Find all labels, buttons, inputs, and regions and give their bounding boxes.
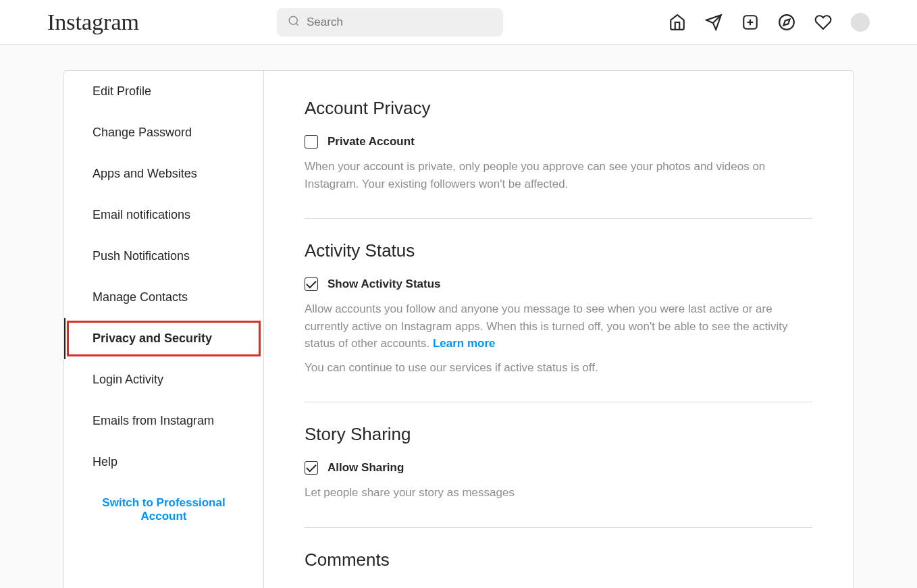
private-account-label: Private Account xyxy=(328,135,415,149)
explore-icon[interactable] xyxy=(778,14,795,31)
profile-avatar[interactable] xyxy=(851,13,870,32)
story-sharing-title: Story Sharing xyxy=(305,424,812,445)
svg-line-1 xyxy=(296,23,298,25)
avatar xyxy=(851,13,870,32)
divider xyxy=(305,218,812,219)
private-account-row: Private Account xyxy=(305,135,812,149)
sidebar-item-help[interactable]: Help xyxy=(64,442,263,483)
private-account-checkbox[interactable] xyxy=(305,135,318,149)
allow-sharing-checkbox[interactable] xyxy=(305,461,318,475)
sidebar-item-emails-instagram[interactable]: Emails from Instagram xyxy=(64,400,263,442)
allow-sharing-desc: Let people share your story as messages xyxy=(305,484,812,502)
sidebar-item-apps-websites[interactable]: Apps and Websites xyxy=(64,153,263,194)
account-privacy-title: Account Privacy xyxy=(305,98,812,119)
activity-status-label: Show Activity Status xyxy=(328,277,441,291)
divider xyxy=(305,402,812,402)
activity-status-checkbox[interactable] xyxy=(305,277,318,291)
settings-sidebar: Edit Profile Change Password Apps and We… xyxy=(64,71,264,588)
section-account-privacy: Account Privacy Private Account When you… xyxy=(305,98,812,192)
top-navbar: Instagram xyxy=(0,0,917,45)
activity-status-desc-text: Allow accounts you follow and anyone you… xyxy=(305,302,787,350)
search-icon xyxy=(288,15,300,30)
sidebar-item-change-password[interactable]: Change Password xyxy=(64,112,263,153)
sidebar-item-manage-contacts[interactable]: Manage Contacts xyxy=(64,277,263,318)
main-content: Account Privacy Private Account When you… xyxy=(264,71,853,588)
section-story-sharing: Story Sharing Allow Sharing Let people s… xyxy=(305,424,812,502)
new-post-icon[interactable] xyxy=(741,14,759,31)
instagram-logo[interactable]: Instagram xyxy=(47,9,277,35)
private-account-desc: When your account is private, only peopl… xyxy=(305,158,812,192)
activity-status-title: Activity Status xyxy=(305,240,812,261)
search-container xyxy=(277,8,503,36)
home-icon[interactable] xyxy=(669,14,686,31)
activity-icon[interactable] xyxy=(814,14,832,31)
allow-sharing-label: Allow Sharing xyxy=(328,461,404,475)
learn-more-link[interactable]: Learn more xyxy=(433,337,496,350)
svg-point-7 xyxy=(779,15,794,30)
comments-title: Comments xyxy=(305,550,812,570)
section-activity-status: Activity Status Show Activity Status All… xyxy=(305,240,812,376)
nav-icons xyxy=(669,13,870,32)
messages-icon[interactable] xyxy=(705,14,723,31)
divider xyxy=(305,527,812,528)
activity-status-desc2: You can continue to use our services if … xyxy=(305,359,812,377)
sidebar-item-push-notifications[interactable]: Push Notifications xyxy=(64,236,263,277)
switch-professional-link[interactable]: Switch to Professional Account xyxy=(64,483,263,537)
allow-sharing-row: Allow Sharing xyxy=(305,461,812,475)
svg-marker-8 xyxy=(783,19,789,25)
svg-point-0 xyxy=(289,16,297,24)
settings-container: Edit Profile Change Password Apps and We… xyxy=(63,70,854,588)
activity-status-desc: Allow accounts you follow and anyone you… xyxy=(305,300,812,352)
sidebar-item-privacy-security[interactable]: Privacy and Security xyxy=(64,318,263,359)
search-input[interactable] xyxy=(277,8,503,36)
sidebar-item-login-activity[interactable]: Login Activity xyxy=(64,359,263,400)
activity-status-row: Show Activity Status xyxy=(305,277,812,291)
section-comments: Comments Edit Comment Settings xyxy=(305,550,812,589)
sidebar-item-edit-profile[interactable]: Edit Profile xyxy=(64,71,263,112)
sidebar-item-email-notifications[interactable]: Email notifications xyxy=(64,194,263,236)
